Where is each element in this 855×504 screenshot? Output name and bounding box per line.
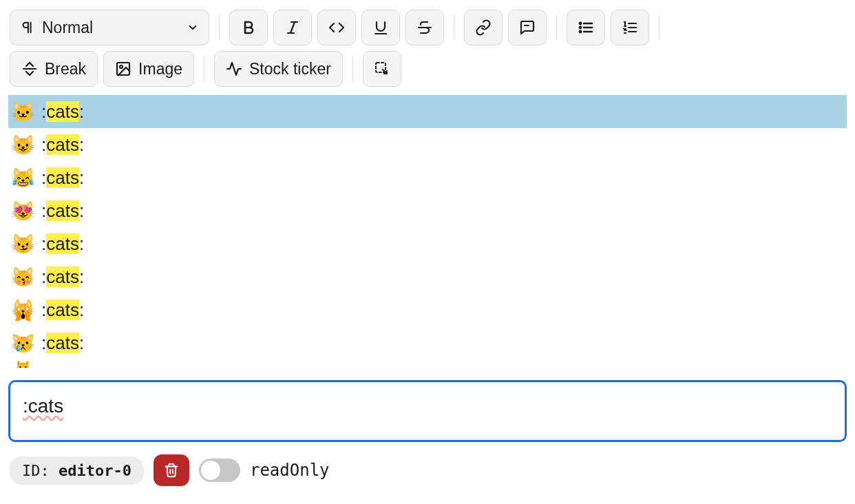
stock-ticker-button[interactable]: Stock ticker <box>214 51 343 87</box>
strikethrough-icon <box>416 19 433 36</box>
separator <box>352 56 353 81</box>
emoji-suggestion-item[interactable]: 😻:cats: <box>8 194 847 227</box>
emoji-shortcode: :cats: <box>41 101 84 123</box>
underline-button[interactable] <box>361 10 400 45</box>
image-label: Image <box>138 60 182 78</box>
italic-icon <box>284 19 301 36</box>
emoji-shortcode: :cats: <box>41 300 84 321</box>
readonly-label: readOnly <box>250 461 330 480</box>
emoji-suggestion-item[interactable]: 😼:cats: <box>8 227 847 260</box>
svg-point-10 <box>580 27 581 28</box>
emoji-shortcode: :cats: <box>41 200 84 222</box>
emoji-suggestion-item[interactable]: 😹:cats: <box>8 161 847 194</box>
separator <box>219 15 220 40</box>
toolbar-row-2: Break Image Stock ticker <box>10 51 845 87</box>
break-button[interactable]: Break <box>10 51 98 87</box>
emoji-glyph: 😹 <box>11 167 34 189</box>
separator <box>454 15 454 40</box>
code-button[interactable] <box>317 10 356 45</box>
ordered-list-icon <box>622 19 638 36</box>
separator <box>204 56 204 81</box>
bold-button[interactable] <box>229 10 268 45</box>
paragraph-icon <box>20 20 35 35</box>
ordered-list-button[interactable] <box>611 10 649 45</box>
emoji-shortcode: :cats: <box>41 233 84 255</box>
underline-icon <box>372 19 389 36</box>
code-icon <box>328 19 345 36</box>
emoji-glyph: 🙀 <box>11 299 34 322</box>
emoji-suggestion-item[interactable]: 🐱:cats: <box>8 95 847 128</box>
editor-input[interactable]: :cats <box>8 380 847 442</box>
emoji-glyph: 😿 <box>11 332 34 355</box>
emoji-shortcode: :cats: <box>41 167 84 189</box>
readonly-toggle[interactable] <box>199 459 240 482</box>
link-button[interactable] <box>464 10 503 45</box>
emoji-suggestion-item[interactable]: 🙀:cats: <box>8 293 847 326</box>
svg-line-2 <box>291 22 295 33</box>
link-icon <box>475 19 492 36</box>
bold-icon <box>240 19 257 36</box>
emoji-suggestion-item[interactable]: 😿:cats: <box>8 326 847 359</box>
emoji-suggestion-item[interactable]: 😾 <box>8 359 847 368</box>
break-icon <box>21 61 38 77</box>
chevron-down-icon <box>187 21 199 34</box>
trash-icon <box>164 463 179 478</box>
id-value: editor-0 <box>59 462 131 479</box>
activity-icon <box>226 61 242 77</box>
svg-point-9 <box>580 23 581 24</box>
editor-container: :cats <box>8 380 847 442</box>
emoji-glyph: 😾 <box>11 359 34 368</box>
emoji-glyph: 😽 <box>11 266 34 288</box>
emoji-shortcode: :cats: <box>41 333 84 354</box>
id-prefix: ID: <box>22 462 59 479</box>
selection-icon <box>374 61 390 77</box>
comment-button[interactable] <box>508 10 547 45</box>
emoji-glyph: 😻 <box>11 200 34 222</box>
italic-button[interactable] <box>273 10 312 45</box>
break-label: Break <box>45 60 86 78</box>
emoji-glyph: 😼 <box>11 233 34 255</box>
image-button[interactable]: Image <box>103 51 194 87</box>
stock-ticker-label: Stock ticker <box>249 60 331 78</box>
toolbar-row-1: Normal <box>10 10 845 45</box>
footer: ID: editor-0 readOnly <box>0 442 855 498</box>
toggle-knob <box>201 461 220 480</box>
emoji-shortcode <box>41 359 46 368</box>
paragraph-style-label: Normal <box>42 19 93 37</box>
svg-point-17 <box>120 65 123 68</box>
emoji-suggestion-item[interactable]: 😽:cats: <box>8 260 847 293</box>
separator <box>659 15 659 40</box>
emoji-shortcode: :cats: <box>41 134 84 156</box>
emoji-suggestion-list: 🐱:cats:😺:cats:😹:cats:😻:cats:😼:cats:😽:cat… <box>8 95 847 368</box>
strikethrough-button[interactable] <box>405 10 444 45</box>
toolbar: Normal <box>0 0 855 90</box>
editor-id-badge: ID: editor-0 <box>10 456 144 485</box>
emoji-glyph: 🐱 <box>11 101 34 123</box>
emoji-shortcode: :cats: <box>41 266 84 288</box>
emoji-glyph: 😺 <box>11 134 34 156</box>
selection-tool-button[interactable] <box>363 51 401 87</box>
delete-button[interactable] <box>154 454 189 486</box>
emoji-suggestion-item[interactable]: 😺:cats: <box>8 128 847 161</box>
svg-point-11 <box>580 31 581 32</box>
bullet-list-icon <box>578 19 594 36</box>
bullet-list-button[interactable] <box>567 10 605 45</box>
paragraph-style-dropdown[interactable]: Normal <box>10 10 209 45</box>
comment-icon <box>519 19 536 36</box>
separator <box>556 15 557 40</box>
image-icon <box>115 61 131 77</box>
